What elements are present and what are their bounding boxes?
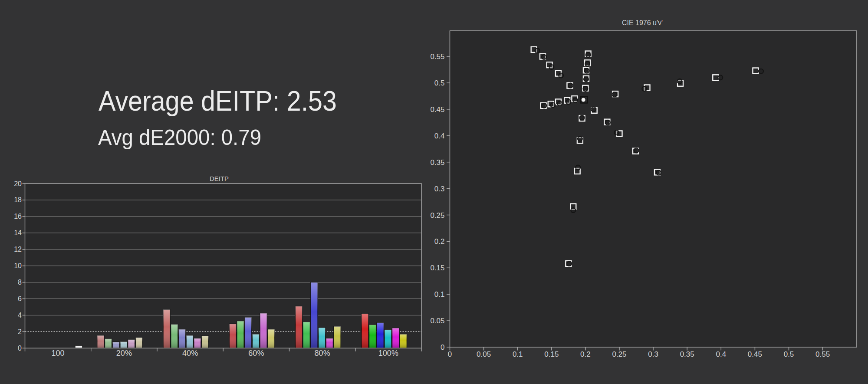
bar-sheen [112,342,119,348]
bar-sheen [120,341,127,348]
measured-circle-white [581,97,586,102]
bar-sheen [268,329,275,348]
cie-y-tick-label: 0.45 [430,105,444,114]
measured-circle-red [718,75,723,80]
bar-sheen [296,306,302,348]
x-axis-group-label: 40% [182,349,198,358]
bar-sheen [178,329,185,348]
measured-circle-yellow [585,62,590,66]
measured-circle-magenta [591,107,596,112]
bar-sheen [385,330,391,348]
cie-x-tick-label: 0.35 [680,350,694,358]
measured-circle-cyan [566,99,571,104]
measured-circle-magenta [634,148,639,153]
deitp-bar-chart: 0246810121416182010020%40%60%80%100% [14,180,421,358]
measured-circle-green [535,48,539,53]
measured-circle-green [568,83,573,88]
x-axis-group-label: 100 [52,349,65,358]
bar-sheen [311,282,318,348]
cie-x-tick-label: 0.2 [580,350,591,358]
y-axis-tick-label: 6 [18,295,22,302]
measured-circle-magenta [656,171,661,175]
cie-y-tick-label: 0 [441,343,444,351]
bar-sheen [245,317,252,348]
y-axis-tick-label: 18 [14,196,22,203]
measured-circle-blue [571,208,575,213]
cie-y-tick-label: 0.25 [430,211,444,220]
cie-x-tick-label: 0 [448,350,452,358]
measured-circle-yellow [584,77,589,82]
y-axis-tick-label: 2 [18,328,22,335]
bar-sheen [97,335,104,348]
bar-sheen [334,326,341,348]
y-axis-tick-label: 8 [18,279,22,286]
y-axis-tick-label: 0 [18,345,22,352]
cie-x-tick-label: 0.3 [648,350,658,358]
measured-circle-cyan [542,103,546,108]
measured-circle-cyan [550,103,555,108]
measured-circle-blue [575,165,580,170]
cie-x-tick-label: 0.25 [612,350,626,358]
bar-sheen [303,322,310,348]
bar-sheen [369,325,376,348]
cie-x-tick-label: 0.4 [716,350,726,358]
summary-deitp-value: Average dEITP: 2.53 [99,85,337,117]
measured-circle-blue [578,137,582,141]
bar-sheen [194,338,201,348]
y-axis-tick-label: 12 [14,246,22,253]
bar-sheen [202,336,209,348]
bar-sheen [326,338,333,348]
bar-sheen [105,338,112,348]
cie-y-tick-label: 0.5 [434,79,445,87]
cie-y-tick-label: 0.15 [430,264,444,272]
cie-y-tick-label: 0.55 [430,53,444,61]
bar-sheen [260,313,267,348]
cie-y-tick-label: 0.05 [430,317,444,325]
measured-circle-red [677,79,682,84]
cie-x-tick-label: 0.05 [477,350,491,358]
calibration-report-page: Average dEITP: 2.53 Avg dE2000: 0.79 DEI… [0,0,868,384]
y-axis-tick-label: 4 [18,312,22,319]
measured-circle-blue [567,261,572,266]
bar-sheen [163,309,170,348]
measured-circle-magenta [614,130,619,135]
cie-y-tick-label: 0.2 [434,237,445,246]
cie-y-tick-label: 0.3 [434,185,445,193]
measured-circle-magenta [605,120,610,125]
measured-circle-cyan [557,101,562,106]
cie-y-tick-label: 0.35 [430,158,444,167]
cie-x-tick-label: 0.55 [815,350,830,358]
measured-circle-yellow [585,68,589,73]
cie-chart-title: CIE 1976 u'v' [622,19,663,26]
charts-overlay: Average dEITP: 2.53 Avg dE2000: 0.79 DEI… [0,0,868,384]
cie-y-tick-label: 0.1 [434,290,445,299]
bar-sheen [237,321,244,348]
x-axis-group-label: 100% [378,349,398,358]
bar-sheen [229,324,236,348]
bar-sheen [319,328,326,348]
cie-plot-background [450,31,857,347]
y-axis-tick-label: 20 [14,180,22,187]
cie-x-tick-label: 0.1 [513,350,523,358]
bar-sheen [400,334,407,348]
y-axis-tick-label: 16 [14,213,22,220]
bar-chart-title: DEITP [210,175,229,182]
measured-circle-green [549,65,554,69]
bar-sheen [75,346,82,348]
measured-circle-yellow [583,86,588,91]
y-axis-tick-label: 10 [14,262,22,269]
cie-x-tick-label: 0.45 [748,350,762,358]
bar-sheen [128,339,135,348]
y-axis-tick-label: 14 [14,229,22,236]
bar-sheen [186,335,193,348]
x-axis-group-label: 60% [248,349,264,358]
measured-circle-green [542,55,546,59]
bar-sheen [135,338,142,348]
x-axis-group-label: 20% [116,349,132,358]
measured-circle-yellow [586,53,591,57]
measured-circle-green [559,73,563,78]
summary-de2000-value: Avg dE2000: 0.79 [98,125,261,150]
measured-circle-red [612,92,617,97]
measured-circle-red [759,69,763,74]
measured-circle-blue [580,115,585,120]
